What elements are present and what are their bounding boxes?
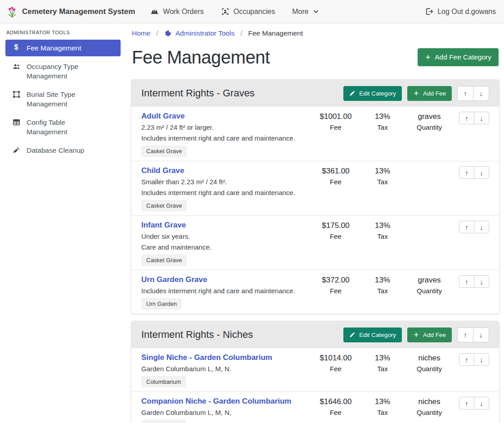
category-reorder-buttons: ↑↓ xyxy=(457,327,489,342)
fee-tag: Casket Grave xyxy=(141,146,187,157)
move-fee-up-button[interactable]: ↑ xyxy=(459,112,474,124)
sidebar-heading: ADMINISTRATOR TOOLS xyxy=(5,28,121,40)
fee-category-card-interment-rights-niches: Interment Rights - NichesEdit CategoryAd… xyxy=(131,321,500,423)
sidebar-item-database-cleanup[interactable]: Database Cleanup xyxy=(5,142,121,159)
fee-amount-col: $1001.00Fee xyxy=(312,111,359,132)
fee-main: Companion Niche - Garden ColumbariumGard… xyxy=(141,396,312,423)
arrow-down-icon: ↓ xyxy=(480,169,483,176)
breadcrumb-separator: / xyxy=(156,29,158,37)
move-fee-up-button[interactable]: ↑ xyxy=(459,275,474,288)
nav-item-work-orders[interactable]: Work Orders xyxy=(150,7,203,16)
fee-tag: Urn Garden xyxy=(141,298,182,309)
fee-tax-col: 13%Tax xyxy=(359,396,406,417)
category-title: Interment Rights - Graves xyxy=(141,87,255,99)
fee-main: Single Niche - Garden ColumbariumGarden … xyxy=(141,353,312,387)
add-fee-category-button[interactable]: Add Fee Category xyxy=(418,48,499,66)
users-icon xyxy=(12,62,21,71)
edit-category-button[interactable]: Edit Category xyxy=(343,327,402,342)
fee-quantity-label: Quantity xyxy=(406,408,453,417)
sidebar-item-label: Burial Site Type Management xyxy=(27,90,104,109)
fee-quantity-col: nichesQuantity xyxy=(406,353,453,373)
occupancy-frame-icon xyxy=(221,7,230,16)
sidebar-item-burial-site-type-management[interactable]: Burial Site Type Management xyxy=(5,86,121,112)
fee-tax-col: 13%Tax xyxy=(359,166,406,186)
fee-name-link[interactable]: Single Niche - Garden Columbarium xyxy=(141,353,272,363)
pencil-icon xyxy=(349,332,356,338)
nav-item-more[interactable]: More xyxy=(292,8,319,16)
add-fee-button[interactable]: Add Fee xyxy=(407,327,452,342)
edit-category-button[interactable]: Edit Category xyxy=(343,86,402,101)
arrow-down-icon: ↓ xyxy=(479,90,483,97)
fee-name-link[interactable]: Child Grave xyxy=(141,166,184,176)
fee-tax-label: Tax xyxy=(359,123,406,132)
move-category-down-button[interactable]: ↓ xyxy=(473,86,489,101)
plus-icon xyxy=(413,332,419,338)
breadcrumb-admin-tools-label: Administrator Tools xyxy=(176,29,235,37)
breadcrumb-admin-tools-link[interactable]: Administrator Tools xyxy=(164,29,235,37)
sidebar-item-occupancy-type-management[interactable]: Occupancy Type Management xyxy=(5,58,121,84)
chevron-down-icon xyxy=(313,9,319,15)
sidebar-item-fee-management[interactable]: $Fee Management xyxy=(5,40,121,56)
fee-tax-label: Tax xyxy=(359,287,406,296)
fee-reorder-buttons: ↑↓ xyxy=(459,221,489,233)
move-fee-down-button[interactable]: ↓ xyxy=(474,353,489,366)
fee-main: Urn Garden GraveIncludes interment right… xyxy=(141,275,312,309)
fee-row-urn-garden-grave: Urn Garden GraveIncludes interment right… xyxy=(131,270,499,314)
arrow-down-icon: ↓ xyxy=(479,332,483,338)
fee-quantity-value: graves xyxy=(406,275,453,285)
move-fee-up-button[interactable]: ↑ xyxy=(459,353,474,366)
nav-item-occupancies[interactable]: Occupancies xyxy=(221,7,275,16)
navbar: Cemetery Management System Work OrdersOc… xyxy=(0,0,504,23)
fee-name-link[interactable]: Infant Grave xyxy=(141,220,186,230)
fee-name-link[interactable]: Urn Garden Grave xyxy=(141,275,207,285)
fee-quantity-value: graves xyxy=(406,112,453,122)
move-fee-down-button[interactable]: ↓ xyxy=(474,112,489,124)
fee-quantity-col: gravesQuantity xyxy=(406,275,453,296)
main-content: Home / Administrator Tools / Fee Managem… xyxy=(126,23,504,423)
arrow-up-icon: ↑ xyxy=(465,224,468,231)
fee-tax-label: Tax xyxy=(359,177,406,186)
fee-quantity-col: nichesQuantity xyxy=(406,396,453,417)
fee-tax-col: 13%Tax xyxy=(359,111,406,132)
move-category-down-button[interactable]: ↓ xyxy=(473,327,489,342)
arrow-up-icon: ↑ xyxy=(465,356,468,363)
breadcrumb-home-link[interactable]: Home xyxy=(132,29,150,37)
fee-tax-label: Tax xyxy=(359,232,406,241)
add-fee-button[interactable]: Add Fee xyxy=(407,86,452,101)
table-icon xyxy=(12,118,21,127)
move-fee-up-button[interactable]: ↑ xyxy=(459,397,474,409)
fee-row-infant-grave: Infant GraveUnder six years.Care and mai… xyxy=(131,215,499,270)
fee-tag: Columbarium xyxy=(141,376,186,387)
fee-tax-value: 13% xyxy=(359,353,406,363)
add-fee-label: Add Fee xyxy=(423,90,446,97)
fee-reorder-buttons: ↑↓ xyxy=(459,112,489,124)
page-header: Fee Management Add Fee Category xyxy=(132,46,499,68)
fee-quantity-label: Quantity xyxy=(406,364,453,373)
move-category-up-button[interactable]: ↑ xyxy=(457,86,473,101)
arrow-up-icon: ↑ xyxy=(464,332,467,338)
fee-reorder-buttons: ↑↓ xyxy=(459,353,489,366)
sidebar-item-config-table-management[interactable]: Config Table Management xyxy=(5,114,121,140)
move-fee-up-button[interactable]: ↑ xyxy=(459,221,474,233)
breadcrumb: Home / Administrator Tools / Fee Managem… xyxy=(132,29,500,37)
add-fee-label: Add Fee xyxy=(423,332,446,338)
fee-amount-label: Fee xyxy=(312,408,359,417)
move-fee-down-button[interactable]: ↓ xyxy=(474,166,489,179)
move-fee-down-button[interactable]: ↓ xyxy=(474,397,489,409)
fee-name-link[interactable]: Companion Niche - Garden Columbarium xyxy=(141,396,291,406)
fee-quantity-value: niches xyxy=(406,397,453,407)
logout-button[interactable]: Log Out d.gowans xyxy=(425,7,496,16)
fee-name-link[interactable]: Adult Grave xyxy=(141,111,184,121)
breadcrumb-current: Fee Management xyxy=(248,29,303,37)
move-fee-down-button[interactable]: ↓ xyxy=(474,275,489,288)
move-fee-up-button[interactable]: ↑ xyxy=(459,166,474,179)
move-fee-down-button[interactable]: ↓ xyxy=(474,221,489,233)
fee-amount-label: Fee xyxy=(312,123,359,132)
brand: Cemetery Management System xyxy=(6,6,135,18)
fee-amount-value: $1646.00 xyxy=(312,397,359,407)
arrow-up-icon: ↑ xyxy=(465,278,468,285)
fee-amount-col: $372.00Fee xyxy=(312,275,359,296)
fee-reorder-buttons: ↑↓ xyxy=(459,166,489,179)
move-category-up-button[interactable]: ↑ xyxy=(457,327,473,342)
fee-description: Care and maintenance. xyxy=(141,243,309,252)
